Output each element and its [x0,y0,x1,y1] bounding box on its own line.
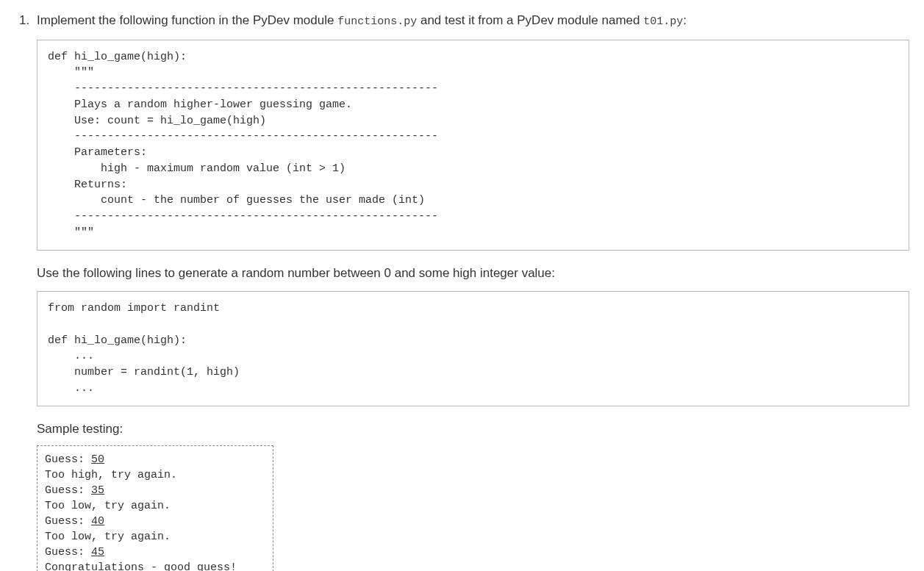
sample-output-line: Too low, try again. [45,531,171,543]
intro-code-1: functions.py [337,15,417,28]
task-item-1: Implement the following function in the … [33,11,909,571]
code-block-function-doc: def hi_lo_game(high): """ --------------… [37,40,909,251]
sample-user-input: 45 [91,546,104,559]
sample-user-input: 35 [91,484,104,497]
sample-prompt: Guess: [45,515,91,528]
intro-suffix: : [683,13,687,27]
intro-mid: and test it from a PyDev module named [417,13,643,27]
sample-output-line: Too high, try again. [45,469,177,481]
sample-heading: Sample testing: [37,420,909,439]
intro-code-2: t01.py [643,15,683,28]
sample-prompt: Guess: [45,546,91,559]
sample-output-line: Congratulations - good guess! [45,561,237,571]
task-intro: Implement the following function in the … [37,11,909,31]
sample-prompt: Guess: [45,453,91,466]
sample-user-input: 40 [91,515,104,528]
intro-prefix: Implement the following function in the … [37,13,337,27]
task-list: Implement the following function in the … [15,11,909,571]
code-block-randint: from random import randint def hi_lo_gam… [37,291,909,406]
sample-user-input: 50 [91,453,104,466]
sample-prompt: Guess: [45,484,91,497]
sample-output-line: Too low, try again. [45,500,171,512]
sample-output-block: Guess: 50 Too high, try again. Guess: 35… [37,445,273,571]
mid-text: Use the following lines to generate a ra… [37,264,909,283]
